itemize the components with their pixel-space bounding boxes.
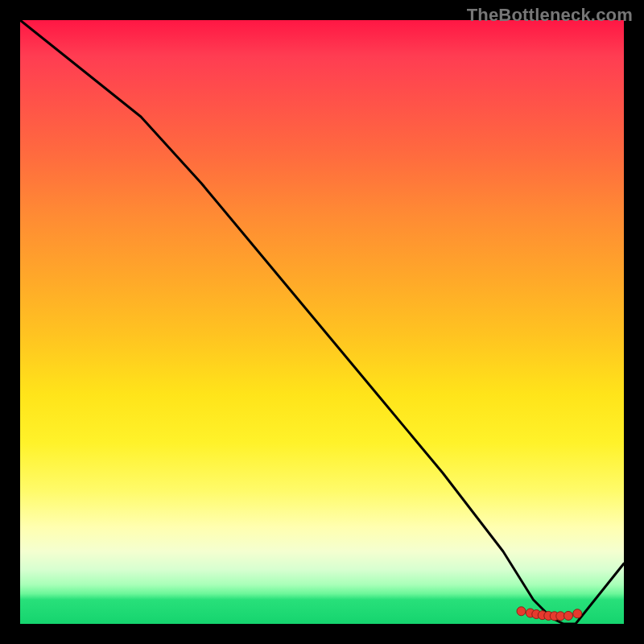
watermark-text: TheBottleneck.com [467,5,633,26]
gradient-plot-area [20,20,624,624]
chart-canvas: TheBottleneck.com [0,0,644,644]
